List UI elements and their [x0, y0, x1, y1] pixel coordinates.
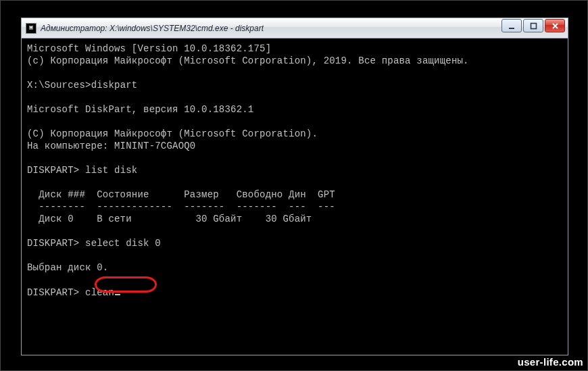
blank-line: [27, 152, 562, 164]
blank-line: [27, 176, 562, 189]
blank-line: [27, 67, 562, 79]
blank-line: [27, 91, 562, 103]
window-controls: [501, 19, 565, 32]
copyright-line: (c) Корпорация Майкрософт (Microsoft Cor…: [27, 55, 562, 67]
watermark-text: user-life.com: [518, 356, 583, 368]
command-text: diskpart: [91, 80, 138, 91]
maximize-button[interactable]: [523, 19, 543, 32]
blank-line: [27, 274, 562, 286]
blank-line: [27, 249, 562, 262]
prompt-text: DISKPART>: [27, 287, 79, 298]
blank-line: [27, 116, 562, 128]
svg-rect-0: [509, 28, 514, 29]
close-button[interactable]: [545, 19, 565, 32]
terminal-output[interactable]: Microsoft Windows [Version 10.0.18362.17…: [22, 39, 568, 355]
disk-table-header: Диск ### Состояние Размер Свободно Дин G…: [27, 189, 562, 201]
cmd-icon: ▣: [26, 23, 36, 34]
prompt-text: DISKPART>: [27, 238, 79, 249]
prompt-line-1: X:\Sources>diskpart: [27, 79, 562, 91]
window-title: Администратор: X:\windows\SYSTEM32\cmd.e…: [41, 24, 264, 33]
disk-table-row: Диск 0 В сети 30 Gбайт 30 Gбайт: [27, 213, 562, 225]
prompt-line-select: DISKPART> select disk 0: [27, 237, 562, 249]
svg-rect-1: [531, 23, 536, 28]
diskpart-version-line: Microsoft DiskPart, версия 10.0.18362.1: [27, 103, 562, 116]
command-text: list disk: [85, 165, 137, 176]
prompt-text: X:\Sources>: [27, 80, 91, 91]
screenshot-canvas: ▣ Администратор: X:\windows\SYSTEM32\cmd…: [0, 0, 588, 371]
diskpart-copyright-line: (C) Корпорация Майкрософт (Microsoft Cor…: [27, 128, 562, 140]
text-cursor: [115, 286, 120, 295]
prompt-line-clean: DISKPART> clean: [27, 286, 562, 299]
version-line: Microsoft Windows [Version 10.0.18362.17…: [27, 43, 562, 55]
disk-table-separator: -------- ------------- ------- ------- -…: [27, 201, 562, 213]
blank-line: [27, 225, 562, 237]
command-text: clean: [85, 287, 114, 298]
computer-name-line: На компьютере: MININT-7CGAOQ0: [27, 140, 562, 152]
cmd-window: ▣ Администратор: X:\windows\SYSTEM32\cmd…: [21, 18, 568, 355]
prompt-text: DISKPART>: [27, 165, 79, 176]
disk-selected-line: Выбран диск 0.: [27, 262, 562, 274]
prompt-line-list: DISKPART> list disk: [27, 164, 562, 176]
titlebar[interactable]: ▣ Администратор: X:\windows\SYSTEM32\cmd…: [22, 18, 568, 39]
command-text: select disk 0: [85, 238, 161, 249]
minimize-button[interactable]: [501, 19, 522, 32]
